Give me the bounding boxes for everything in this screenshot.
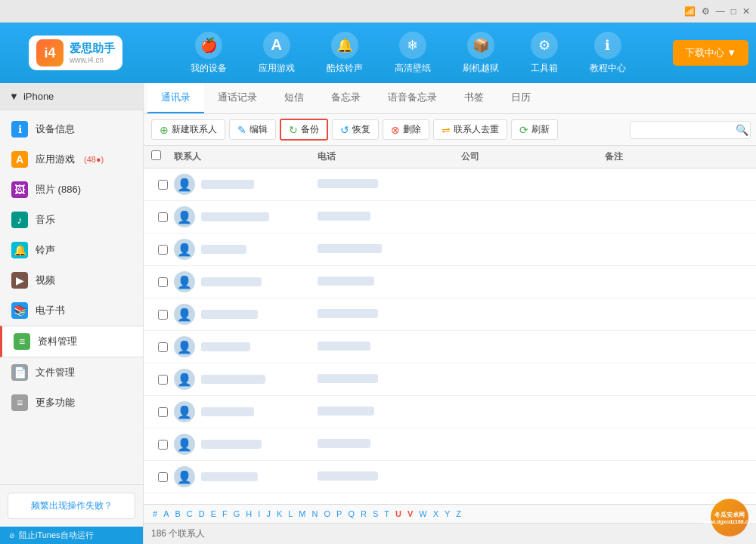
row-checkbox[interactable] [151, 440, 174, 450]
table-row[interactable]: 👤 [144, 298, 756, 331]
table-row[interactable]: 👤 [144, 331, 756, 363]
nav-ringtones[interactable]: 🔔 酷炫铃声 [314, 26, 375, 81]
search-input[interactable] [630, 121, 751, 139]
sidebar-item-data-mgmt[interactable]: ≡ 资料管理 [0, 326, 143, 357]
alpha-T[interactable]: T [383, 508, 391, 519]
alpha-hash[interactable]: # [151, 508, 159, 519]
sidebar-item-photos[interactable]: 🖼 照片 (886) [0, 175, 143, 205]
alpha-B[interactable]: B [173, 508, 181, 519]
table-row[interactable]: 👤 [144, 363, 756, 396]
download-center-button[interactable]: 下载中心 ▼ [673, 40, 748, 66]
nav-toolbox[interactable]: ⚙ 工具箱 [519, 26, 570, 81]
row-select-9[interactable] [158, 440, 168, 450]
row-checkbox[interactable] [151, 472, 174, 482]
table-row[interactable]: 👤 [144, 461, 756, 493]
row-select-2[interactable] [158, 212, 168, 222]
alpha-S[interactable]: S [371, 508, 380, 519]
alpha-M[interactable]: M [297, 508, 307, 519]
tab-sms[interactable]: 短信 [271, 83, 318, 113]
tab-call-log[interactable]: 通话记录 [204, 83, 271, 113]
row-checkbox[interactable] [151, 212, 174, 222]
tab-voice-memo[interactable]: 语音备忘录 [374, 83, 451, 113]
sidebar-item-ringtones[interactable]: 🔔 铃声 [0, 235, 143, 265]
settings-icon[interactable]: ⚙ [702, 6, 710, 17]
alpha-E[interactable]: E [209, 508, 218, 519]
sidebar-item-device-info[interactable]: ℹ 设备信息 [0, 114, 143, 144]
tab-calendar[interactable]: 日历 [497, 83, 544, 113]
restore-button[interactable]: ↺ 恢复 [332, 119, 379, 140]
row-checkbox[interactable] [151, 180, 174, 190]
alpha-G[interactable]: G [232, 508, 242, 519]
edit-button[interactable]: ✎ 编辑 [229, 119, 276, 140]
new-contact-button[interactable]: ⊕ 新建联系人 [151, 119, 225, 140]
alpha-J[interactable]: J [265, 508, 272, 519]
contact-phone [318, 212, 461, 223]
sidebar-item-more[interactable]: ≡ 更多功能 [0, 388, 143, 418]
alpha-N[interactable]: N [311, 508, 320, 519]
table-row[interactable]: 👤 [144, 233, 756, 266]
delete-button[interactable]: ⊗ 删除 [383, 119, 429, 140]
backup-button[interactable]: ↻ 备份 [280, 119, 328, 141]
alpha-I[interactable]: I [256, 508, 262, 519]
nav-app-games[interactable]: A 应用游戏 [246, 26, 307, 81]
row-checkbox[interactable] [151, 277, 174, 287]
alpha-V[interactable]: V [406, 508, 414, 519]
row-checkbox[interactable] [151, 245, 174, 255]
row-select-4[interactable] [158, 277, 168, 287]
tab-contacts[interactable]: 通讯录 [147, 83, 204, 113]
nav-jailbreak[interactable]: 📦 刷机越狱 [451, 26, 511, 81]
alpha-Q[interactable]: Q [346, 508, 356, 519]
nav-ringtone-label: 酷炫铃声 [327, 62, 363, 75]
sidebar-item-ebooks[interactable]: 📚 电子书 [0, 295, 143, 326]
row-checkbox[interactable] [151, 310, 174, 320]
alpha-C[interactable]: C [185, 508, 194, 519]
nav-wallpaper[interactable]: ❄ 高清壁纸 [383, 26, 443, 81]
alpha-K[interactable]: K [275, 508, 284, 519]
alpha-P[interactable]: P [335, 508, 343, 519]
alpha-Z[interactable]: Z [454, 508, 463, 519]
tab-memo[interactable]: 备忘录 [318, 83, 374, 113]
alpha-U[interactable]: U [394, 508, 403, 519]
row-select-7[interactable] [158, 375, 168, 385]
row-checkbox[interactable] [151, 375, 174, 385]
contact-phone [318, 406, 461, 418]
row-select-1[interactable] [158, 180, 168, 190]
alpha-R[interactable]: R [359, 508, 368, 519]
table-row[interactable]: 👤 [144, 201, 756, 233]
row-checkbox[interactable] [151, 342, 174, 352]
nav-my-device[interactable]: 🍎 我的设备 [178, 26, 239, 81]
alpha-A[interactable]: A [162, 508, 170, 519]
alpha-X[interactable]: X [432, 508, 440, 519]
close-icon[interactable]: ✕ [742, 6, 750, 17]
refresh-button[interactable]: ⟳ 刷新 [511, 119, 558, 140]
alpha-D[interactable]: D [197, 508, 206, 519]
table-row[interactable]: 👤 [144, 266, 756, 298]
row-select-3[interactable] [158, 245, 168, 255]
maximize-icon[interactable]: □ [731, 6, 736, 17]
alpha-O[interactable]: O [322, 508, 332, 519]
sidebar-item-app-games[interactable]: A 应用游戏 (48●) [0, 144, 143, 175]
alpha-W[interactable]: W [417, 508, 428, 519]
alpha-H[interactable]: H [244, 508, 253, 519]
row-checkbox[interactable] [151, 407, 174, 417]
table-row[interactable]: 👤 [144, 168, 756, 201]
alpha-L[interactable]: L [287, 508, 294, 519]
problem-button[interactable]: 频繁出现操作失败？ [8, 493, 135, 519]
row-select-5[interactable] [158, 310, 168, 320]
alpha-Y[interactable]: Y [443, 508, 451, 519]
alpha-F[interactable]: F [221, 508, 229, 519]
table-row[interactable]: 👤 [144, 428, 756, 461]
contact-name-cell: 👤 [174, 401, 318, 422]
nav-tutorials[interactable]: ℹ 教程中心 [578, 26, 638, 81]
sidebar-item-music[interactable]: ♪ 音乐 [0, 205, 143, 235]
row-select-10[interactable] [158, 472, 168, 482]
import-button[interactable]: ⇌ 联系人去重 [433, 119, 507, 140]
table-row[interactable]: 👤 [144, 396, 756, 428]
row-select-8[interactable] [158, 407, 168, 417]
select-all-checkbox[interactable] [151, 150, 161, 160]
minimize-icon[interactable]: — [716, 6, 725, 17]
tab-bookmarks[interactable]: 书签 [451, 83, 497, 113]
row-select-6[interactable] [158, 342, 168, 352]
sidebar-item-videos[interactable]: ▶ 视频 [0, 265, 143, 295]
sidebar-item-file-mgmt[interactable]: 📄 文件管理 [0, 357, 143, 388]
